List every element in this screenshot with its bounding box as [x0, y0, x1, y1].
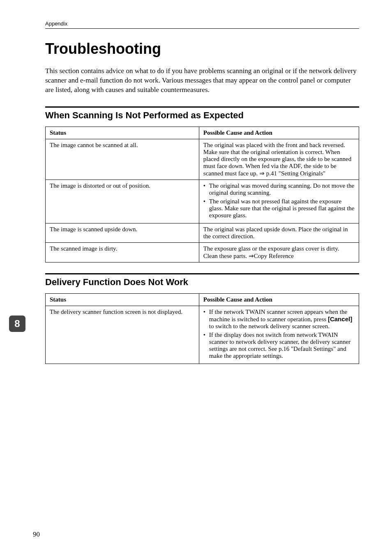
- section1-heading: When Scanning Is Not Performed as Expect…: [45, 110, 359, 121]
- section2-heading: Delivery Function Does Not Work: [45, 277, 359, 288]
- table-row: The scanned image is dirty. The exposure…: [46, 242, 359, 262]
- list-item: The original was moved during scanning. …: [203, 182, 355, 196]
- col-action: Possible Cause and Action: [199, 127, 359, 139]
- table-header-row: Status Possible Cause and Action: [46, 127, 359, 139]
- table-row: The delivery scanner function screen is …: [46, 306, 359, 364]
- table-row: The image is distorted or out of positio…: [46, 180, 359, 223]
- action-cell: If the network TWAIN scanner screen appe…: [199, 306, 359, 364]
- col-status: Status: [46, 293, 199, 306]
- action-cell: The original was moved during scanning. …: [199, 180, 359, 223]
- list-item: If the network TWAIN scanner screen appe…: [203, 309, 355, 330]
- table-row: The image cannot be scanned at all. The …: [46, 139, 359, 180]
- list-item: If the display does not switch from netw…: [203, 332, 355, 359]
- section-rule: [45, 273, 359, 274]
- action-cell: The exposure glass or the exposure glass…: [199, 242, 359, 262]
- chapter-tab: 8: [9, 315, 25, 332]
- section1-table: Status Possible Cause and Action The ima…: [45, 127, 359, 263]
- action-cell: The original was placed with the front a…: [199, 139, 359, 180]
- list-item: The original was not pressed flat agains…: [203, 198, 355, 219]
- bullet-post: to switch to the network delivery scanne…: [209, 323, 330, 329]
- intro-paragraph: This section contains advice on what to …: [45, 67, 359, 95]
- table-row: The image is scanned upside down. The or…: [46, 223, 359, 242]
- section2-table: Status Possible Cause and Action The del…: [45, 293, 359, 364]
- status-cell: The image cannot be scanned at all.: [46, 139, 199, 180]
- action-cell: The original was placed upside down. Pla…: [199, 223, 359, 242]
- status-cell: The image is scanned upside down.: [46, 223, 199, 242]
- col-action: Possible Cause and Action: [199, 293, 359, 306]
- status-cell: The image is distorted or out of positio…: [46, 180, 199, 223]
- table-header-row: Status Possible Cause and Action: [46, 293, 359, 306]
- status-cell: The delivery scanner function screen is …: [46, 306, 199, 364]
- appendix-header: Appendix: [45, 21, 359, 29]
- status-cell: The scanned image is dirty.: [46, 242, 199, 262]
- bullet-pre: If the network TWAIN scanner screen appe…: [209, 309, 347, 322]
- section-rule: [45, 106, 359, 108]
- bullet-bold: [Cancel]: [328, 315, 352, 322]
- page-number: 90: [33, 530, 40, 539]
- page-title: Troubleshooting: [45, 40, 359, 58]
- col-status: Status: [46, 127, 199, 139]
